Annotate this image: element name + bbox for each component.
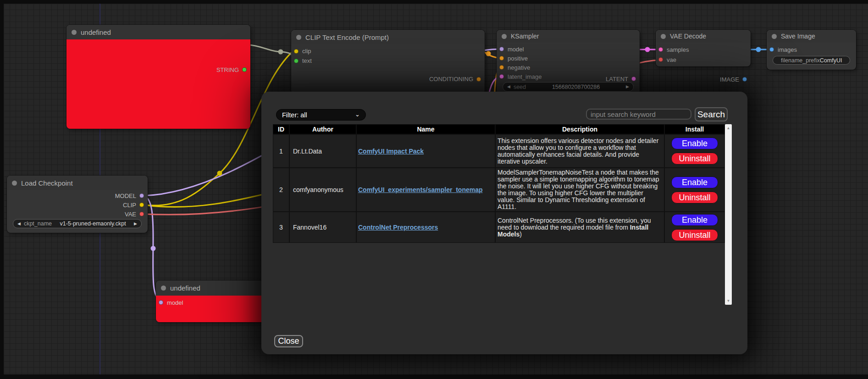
node-collapse-dot[interactable] <box>296 35 301 40</box>
decrement-arrow-icon[interactable]: ◀ <box>507 85 510 89</box>
node-collapse-dot[interactable] <box>502 34 507 39</box>
input-vae[interactable]: vae <box>656 55 751 65</box>
scroll-down-icon[interactable]: ▼ <box>725 299 732 303</box>
node-collapse-dot[interactable] <box>661 34 666 39</box>
node-save-image[interactable]: Save Image images filename_prefix ComfyU… <box>767 30 856 70</box>
port-label: IMAGE <box>720 76 739 83</box>
output-conditioning[interactable]: CONDITIONING <box>429 74 481 84</box>
extension-link[interactable]: ComfyUI_experiments/sampler_tonemap <box>358 186 483 193</box>
widget-value[interactable]: 156680208700286 <box>529 84 623 90</box>
ckpt-name-widget[interactable]: ◀ ckpt_name v1-5-pruned-emaonly.ckpt ▶ <box>13 219 142 228</box>
port-dot-vae[interactable] <box>658 57 663 62</box>
node-collapse-dot[interactable] <box>72 30 77 35</box>
column-header-id: ID <box>273 124 289 134</box>
node-title-bar[interactable]: Save Image <box>767 30 856 43</box>
input-negative[interactable]: negative <box>497 63 640 72</box>
seed-widget[interactable]: ◀ seed 156680208700286 ▶ <box>503 82 634 92</box>
input-model[interactable]: model <box>497 44 640 54</box>
manager-extension-dialog: Filter: all ⌄ Search ID Author Name Desc… <box>261 92 747 354</box>
previous-arrow-icon[interactable]: ◀ <box>17 222 21 226</box>
port-dot-negative[interactable] <box>499 65 504 70</box>
node-undefined-string[interactable]: undefined STRING <box>66 25 250 129</box>
close-button[interactable]: Close <box>274 335 303 347</box>
next-arrow-icon[interactable]: ▶ <box>134 222 137 226</box>
node-title-bar[interactable]: VAE Decode <box>656 30 751 43</box>
port-dot-model-in[interactable] <box>159 300 163 305</box>
description-text: This extension offers various detector n… <box>498 137 659 165</box>
extension-link[interactable]: ControlNet Preprocessors <box>358 224 438 231</box>
increment-arrow-icon[interactable]: ▶ <box>626 85 629 89</box>
output-image[interactable]: IMAGE <box>720 74 747 84</box>
port-label: STRING <box>216 66 239 73</box>
port-dot-conditioning[interactable] <box>476 77 481 82</box>
uninstall-button[interactable]: Uninstall <box>671 192 718 203</box>
extension-table-zone: ID Author Name Description Install 1 Dr.… <box>273 124 732 305</box>
uninstall-button[interactable]: Uninstall <box>671 153 718 165</box>
port-dot-model-out[interactable] <box>139 193 144 198</box>
port-dot-model[interactable] <box>499 47 504 51</box>
table-scrollbar[interactable]: ▲ ▼ <box>725 124 732 305</box>
output-string[interactable]: STRING <box>216 64 247 75</box>
wire-midpoint-dot[interactable] <box>278 49 283 55</box>
node-title-bar[interactable]: CLIP Text Encode (Prompt) <box>291 30 485 44</box>
node-collapse-dot[interactable] <box>161 286 166 291</box>
filename-prefix-widget[interactable]: filename_prefix ComfyUI <box>773 56 850 65</box>
extension-link[interactable]: ComfyUI Impact Pack <box>358 148 424 155</box>
node-title: undefined <box>170 284 200 292</box>
port-dot-text[interactable] <box>294 59 299 63</box>
port-dot-clip-out[interactable] <box>139 203 144 207</box>
output-model[interactable]: MODEL <box>115 191 144 200</box>
node-title-bar[interactable]: undefined <box>66 25 250 39</box>
output-clip[interactable]: CLIP <box>115 200 144 209</box>
port-dot-samples[interactable] <box>658 47 663 52</box>
port-dot-images[interactable] <box>769 47 774 52</box>
enable-button[interactable]: Enable <box>671 137 718 149</box>
wire-midpoint-dot[interactable] <box>486 51 491 56</box>
node-collapse-dot[interactable] <box>12 181 17 186</box>
input-positive[interactable]: positive <box>497 54 640 63</box>
enable-button[interactable]: Enable <box>671 176 718 188</box>
uninstall-button[interactable]: Uninstall <box>671 229 718 241</box>
enable-button[interactable]: Enable <box>671 214 718 226</box>
wire-midpoint-dot[interactable] <box>151 246 156 251</box>
port-label: positive <box>508 55 528 62</box>
extension-table: ID Author Name Description Install 1 Dr.… <box>273 124 725 243</box>
node-ksampler[interactable]: KSampler model positive negative latent_… <box>497 30 640 96</box>
cell-install: Enable Uninstall <box>664 168 725 212</box>
node-title-bar[interactable]: KSampler <box>497 30 640 43</box>
input-images[interactable]: images <box>767 44 856 55</box>
node-title: KSampler <box>511 33 539 40</box>
search-button[interactable]: Search <box>695 107 728 121</box>
node-collapse-dot[interactable] <box>772 34 777 39</box>
filter-dropdown[interactable]: Filter: all ⌄ <box>276 109 366 121</box>
search-input[interactable] <box>586 109 691 120</box>
port-dot-positive[interactable] <box>499 56 504 60</box>
node-title-bar[interactable]: Load Checkpoint <box>7 176 148 190</box>
input-samples[interactable]: samples <box>656 44 751 55</box>
input-text[interactable]: text <box>291 56 485 66</box>
port-dot-string[interactable] <box>242 67 247 72</box>
wire-midpoint-dot[interactable] <box>756 47 761 52</box>
port-dot-latent-image[interactable] <box>499 74 504 79</box>
comfyui-canvas[interactable]: undefined STRING CLIP Text Encode (Promp… <box>0 0 868 379</box>
port-dot-vae-out[interactable] <box>139 212 144 216</box>
port-dot-image[interactable] <box>742 77 747 82</box>
widget-value[interactable]: ComfyUI <box>820 57 842 64</box>
cell-name: ControlNet Preprocessors <box>356 212 495 243</box>
port-dot-latent[interactable] <box>631 77 636 81</box>
wire-midpoint-dot[interactable] <box>217 171 222 176</box>
port-label: samples <box>667 46 689 53</box>
port-dot-clip[interactable] <box>294 49 299 54</box>
node-title: CLIP Text Encode (Prompt) <box>305 33 389 41</box>
node-load-checkpoint[interactable]: Load Checkpoint MODEL CLIP VAE ◀ ckpt_na… <box>7 176 148 233</box>
input-clip[interactable]: clip <box>291 46 485 56</box>
port-label: MODEL <box>115 192 136 199</box>
description-text: ModelSamplerTonemapNoiseTest a node that… <box>498 169 659 210</box>
widget-value[interactable]: v1-5-pruned-emaonly.ckpt <box>55 220 131 227</box>
node-title: VAE Decode <box>670 33 706 40</box>
scroll-up-icon[interactable]: ▲ <box>725 126 732 130</box>
node-clip-text-encode[interactable]: CLIP Text Encode (Prompt) clip text COND… <box>291 30 485 94</box>
node-vae-decode[interactable]: VAE Decode samples vae IMAGE <box>656 30 751 66</box>
output-vae[interactable]: VAE <box>115 209 144 219</box>
wire-midpoint-dot[interactable] <box>645 47 650 52</box>
